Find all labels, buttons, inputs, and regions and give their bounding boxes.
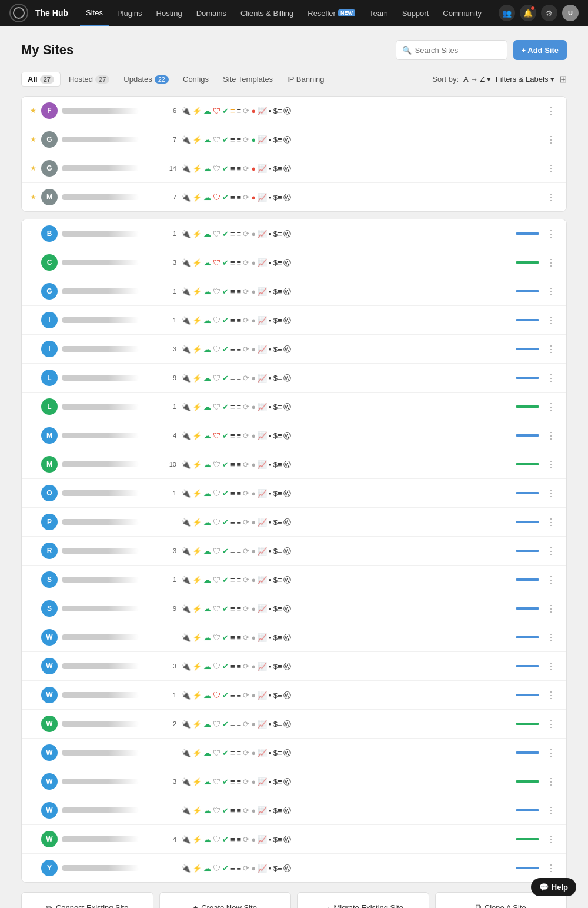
more-options-button[interactable]: ⋮ (544, 690, 558, 701)
table-row[interactable]: ★ I 1 🔌 ⚡ ☁ 🛡 ✔ ≡ ≡ ⟳ ● 📈 ▪ $≡ Ⓦ ⋮ (22, 306, 566, 335)
more-options-button[interactable]: ⋮ (544, 603, 558, 614)
table-row[interactable]: ★ S 9 🔌 ⚡ ☁ 🛡 ✔ ≡ ≡ ⟳ ● 📈 ▪ $≡ Ⓦ ⋮ (22, 594, 566, 623)
nav-support[interactable]: Support (396, 0, 435, 26)
connect-existing-site-button[interactable]: ✏ Connect Existing Site (21, 892, 153, 908)
cloud-icon: ☁ (203, 317, 211, 324)
table-row[interactable]: ★ W 1 🔌 ⚡ ☁ 🛡 ✔ ≡ ≡ ⟳ ● 📈 ▪ $≡ Ⓦ ⋮ (22, 681, 566, 710)
more-options-button[interactable]: ⋮ (544, 488, 558, 499)
filters-labels-button[interactable]: Filters & Labels ▾ (496, 75, 554, 84)
avatar: G (41, 131, 58, 148)
search-box[interactable]: 🔍 (396, 40, 507, 60)
more-options-button[interactable]: ⋮ (544, 863, 558, 874)
sort-select[interactable]: A → Z ▾ (463, 75, 491, 84)
site-name (62, 375, 156, 381)
table-row[interactable]: ★ M 10 🔌 ⚡ ☁ 🛡 ✔ ≡ ≡ ⟳ ● 📈 ▪ $≡ Ⓦ ⋮ (22, 450, 566, 479)
table-row[interactable]: ★ P 🔌 ⚡ ☁ 🛡 ✔ ≡ ≡ ⟳ ● 📈 ▪ $≡ Ⓦ ⋮ (22, 508, 566, 537)
more-options-button[interactable]: ⋮ (544, 805, 558, 816)
more-options-button[interactable]: ⋮ (544, 192, 558, 203)
table-row[interactable]: ★ O 1 🔌 ⚡ ☁ 🛡 ✔ ≡ ≡ ⟳ ● 📈 ▪ $≡ Ⓦ ⋮ (22, 479, 566, 508)
nav-clients-billing[interactable]: Clients & Billing (235, 0, 299, 26)
check-icon: ✔ (222, 165, 229, 172)
filter-site-templates[interactable]: Site Templates (217, 72, 279, 86)
more-options-button[interactable]: ⋮ (544, 105, 558, 117)
table-row[interactable]: ★ L 1 🔌 ⚡ ☁ 🛡 ✔ ≡ ≡ ⟳ ● 📈 ▪ $≡ Ⓦ ⋮ (22, 393, 566, 421)
more-options-button[interactable]: ⋮ (544, 546, 558, 557)
nav-sites[interactable]: Sites (80, 0, 109, 26)
grid-view-icon[interactable]: ⊞ (559, 74, 567, 85)
more-options-button[interactable]: ⋮ (544, 401, 558, 413)
list-icon: ≡ (237, 547, 242, 555)
chart-icon: 📈 (258, 518, 267, 526)
sync-icon: ⟳ (243, 403, 249, 411)
more-options-button[interactable]: ⋮ (544, 286, 558, 297)
table-row[interactable]: ★ M 7 🔌 ⚡ ☁ 🛡 ✔ ≡ ≡ ⟳ ● 📈 ▪ $≡ Ⓦ ⋮ (22, 183, 566, 211)
table-row[interactable]: ★ W 🔌 ⚡ ☁ 🛡 ✔ ≡ ≡ ⟳ ● 📈 ▪ $≡ Ⓦ ⋮ (22, 739, 566, 767)
more-options-button[interactable]: ⋮ (544, 315, 558, 326)
status-dot: ● (251, 547, 256, 555)
filter-ip-banning[interactable]: IP Banning (281, 72, 330, 86)
user-avatar[interactable]: U (562, 5, 579, 21)
table-row[interactable]: ★ M 4 🔌 ⚡ ☁ 🛡 ✔ ≡ ≡ ⟳ ● 📈 ▪ $≡ Ⓦ ⋮ (22, 421, 566, 450)
more-options-button[interactable]: ⋮ (544, 163, 558, 174)
filter-all[interactable]: All 27 (21, 72, 61, 87)
table-row[interactable]: ★ C 3 🔌 ⚡ ☁ 🛡 ✔ ≡ ≡ ⟳ ● 📈 ▪ $≡ Ⓦ ⋮ (22, 248, 566, 277)
plugin-icon: 🔌 (181, 807, 191, 814)
more-options-button[interactable]: ⋮ (544, 228, 558, 240)
more-options-button[interactable]: ⋮ (544, 344, 558, 355)
more-options-button[interactable]: ⋮ (544, 517, 558, 528)
table-row[interactable]: ★ S 1 🔌 ⚡ ☁ 🛡 ✔ ≡ ≡ ⟳ ● 📈 ▪ $≡ Ⓦ ⋮ (22, 566, 566, 594)
table-row[interactable]: ★ G 1 🔌 ⚡ ☁ 🛡 ✔ ≡ ≡ ⟳ ● 📈 ▪ $≡ Ⓦ ⋮ (22, 277, 566, 306)
nav-community[interactable]: Community (437, 0, 487, 26)
check-icon: ✔ (222, 576, 229, 584)
filter-updates[interactable]: Updates 22 (118, 72, 175, 86)
table-row[interactable]: ★ Y 🔌 ⚡ ☁ 🛡 ✔ ≡ ≡ ⟳ ● 📈 ▪ $≡ Ⓦ ⋮ (22, 854, 566, 882)
table-row[interactable]: ★ W 🔌 ⚡ ☁ 🛡 ✔ ≡ ≡ ⟳ ● 📈 ▪ $≡ Ⓦ ⋮ (22, 796, 566, 825)
nav-hosting[interactable]: Hosting (151, 0, 188, 26)
more-options-button[interactable]: ⋮ (544, 834, 558, 845)
table-row[interactable]: ★ W 3 🔌 ⚡ ☁ 🛡 ✔ ≡ ≡ ⟳ ● 📈 ▪ $≡ Ⓦ ⋮ (22, 767, 566, 796)
help-button[interactable]: 💬 Help (531, 878, 576, 896)
table-row[interactable]: ★ W 2 🔌 ⚡ ☁ 🛡 ✔ ≡ ≡ ⟳ ● 📈 ▪ $≡ Ⓦ ⋮ (22, 710, 566, 739)
more-options-button[interactable]: ⋮ (544, 776, 558, 787)
add-site-button[interactable]: + Add Site (513, 40, 567, 60)
more-options-button[interactable]: ⋮ (544, 661, 558, 672)
table-row[interactable]: ★ G 14 🔌 ⚡ ☁ 🛡 ✔ ≡ ≡ ⟳ ● 📈 ▪ $≡ Ⓦ ⋮ (22, 154, 566, 183)
cloud-icon: ☁ (203, 345, 211, 353)
check-icon: ✔ (222, 864, 229, 872)
table-row[interactable]: ★ W 3 🔌 ⚡ ☁ 🛡 ✔ ≡ ≡ ⟳ ● 📈 ▪ $≡ Ⓦ ⋮ (22, 652, 566, 681)
create-new-site-button[interactable]: + Create New Site (159, 892, 292, 908)
table-row[interactable]: ★ L 9 🔌 ⚡ ☁ 🛡 ✔ ≡ ≡ ⟳ ● 📈 ▪ $≡ Ⓦ ⋮ (22, 364, 566, 393)
nav-team[interactable]: Team (363, 0, 394, 26)
filter-hosted[interactable]: Hosted 27 (63, 72, 115, 86)
more-options-button[interactable]: ⋮ (544, 719, 558, 730)
more-options-button[interactable]: ⋮ (544, 632, 558, 643)
notifications-icon[interactable]: 🔔 (520, 5, 536, 21)
clients-icon[interactable]: 👥 (499, 5, 515, 21)
table-row[interactable]: ★ G 7 🔌 ⚡ ☁ 🛡 ✔ ≡ ≡ ⟳ ● 📈 ▪ $≡ Ⓦ ⋮ (22, 125, 566, 154)
more-options-button[interactable]: ⋮ (544, 430, 558, 441)
nav-reseller[interactable]: Reseller NEW (302, 0, 361, 26)
settings-icon[interactable]: ⚙ (541, 5, 557, 21)
table-row[interactable]: ★ I 3 🔌 ⚡ ☁ 🛡 ✔ ≡ ≡ ⟳ ● 📈 ▪ $≡ Ⓦ ⋮ (22, 335, 566, 364)
table-row[interactable]: ★ W 🔌 ⚡ ☁ 🛡 ✔ ≡ ≡ ⟳ ● 📈 ▪ $≡ Ⓦ ⋮ (22, 623, 566, 652)
migrate-existing-site-button[interactable]: → Migrate Existing Site (297, 892, 429, 908)
filter-configs[interactable]: Configs (177, 72, 215, 86)
table-row[interactable]: ★ R 3 🔌 ⚡ ☁ 🛡 ✔ ≡ ≡ ⟳ ● 📈 ▪ $≡ Ⓦ ⋮ (22, 537, 566, 566)
more-options-button[interactable]: ⋮ (544, 134, 558, 145)
filters-bar: All 27 Hosted 27 Updates 22 Configs Site… (21, 72, 567, 87)
more-options-button[interactable]: ⋮ (544, 257, 558, 268)
header-actions: 🔍 + Add Site (396, 40, 567, 60)
wp-icon: Ⓦ (283, 317, 291, 324)
table-row[interactable]: ★ W 4 🔌 ⚡ ☁ 🛡 ✔ ≡ ≡ ⟳ ● 📈 ▪ $≡ Ⓦ ⋮ (22, 825, 566, 854)
more-options-button[interactable]: ⋮ (544, 459, 558, 470)
more-options-button[interactable]: ⋮ (544, 574, 558, 586)
list-icon: ≡ (237, 194, 242, 201)
more-options-button[interactable]: ⋮ (544, 372, 558, 384)
app-logo[interactable] (9, 4, 28, 22)
nav-plugins[interactable]: Plugins (111, 0, 148, 26)
nav-domains[interactable]: Domains (191, 0, 232, 26)
table-row[interactable]: ★ F 6 🔌 ⚡ ☁ 🛡 ✔ ≡ ≡ ⟳ ● 📈 ▪ $≡ Ⓦ ⋮ (22, 97, 566, 125)
more-options-button[interactable]: ⋮ (544, 747, 558, 759)
table-row[interactable]: ★ B 1 🔌 ⚡ ☁ 🛡 ✔ ≡ ≡ ⟳ ● 📈 ▪ $≡ Ⓦ ⋮ (22, 219, 566, 248)
search-input[interactable] (415, 46, 501, 55)
